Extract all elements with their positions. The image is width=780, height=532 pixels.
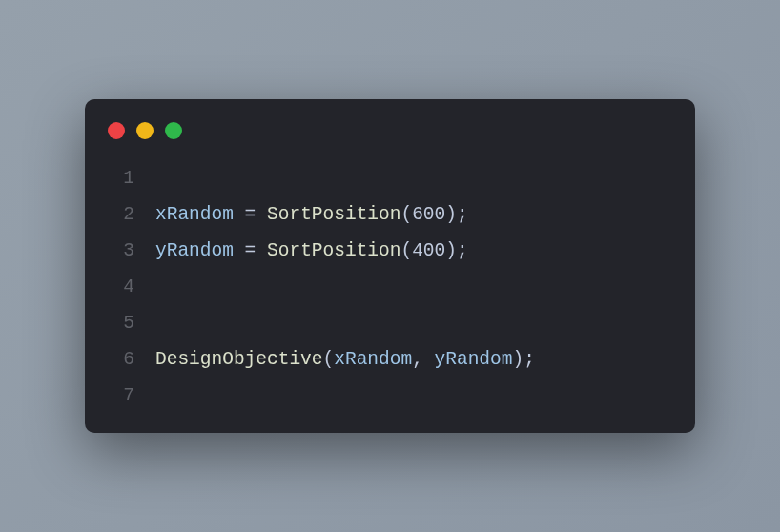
variable-token: xRandom — [334, 349, 412, 370]
minimize-icon[interactable] — [136, 122, 154, 139]
code-line: 4 — [108, 269, 672, 305]
paren-token: ) — [445, 204, 457, 225]
line-number: 1 — [108, 160, 134, 196]
number-token: 600 — [412, 204, 445, 225]
number-token: 400 — [412, 240, 445, 261]
paren-token: ) — [445, 240, 457, 261]
comma-token: , — [412, 349, 434, 370]
operator-token: = — [234, 204, 267, 225]
code-line: 5 — [108, 305, 672, 341]
variable-token: yRandom — [155, 240, 234, 261]
line-number: 5 — [108, 305, 134, 341]
operator-token: = — [234, 240, 267, 261]
line-number: 6 — [108, 341, 134, 378]
line-number: 2 — [108, 196, 134, 233]
semicolon-token: ; — [457, 240, 468, 261]
code-line: 7 — [108, 378, 672, 414]
semicolon-token: ; — [457, 204, 468, 225]
code-line: 2 xRandom = SortPosition(600); — [108, 196, 672, 233]
code-line: 6 DesignObjective(xRandom, yRandom); — [108, 341, 672, 378]
window-traffic-lights — [85, 122, 695, 160]
function-token: SortPosition — [267, 204, 400, 225]
code-line: 3 yRandom = SortPosition(400); — [108, 233, 672, 269]
variable-token: yRandom — [435, 349, 513, 370]
variable-token: xRandom — [155, 204, 234, 225]
line-number: 3 — [108, 233, 134, 269]
close-icon[interactable] — [108, 122, 125, 139]
code-text: DesignObjective(xRandom, yRandom); — [155, 341, 535, 378]
code-content-area[interactable]: 1 2 xRandom = SortPosition(600); 3 yRand… — [85, 160, 695, 414]
code-editor-window: 1 2 xRandom = SortPosition(600); 3 yRand… — [85, 99, 695, 433]
paren-token: ) — [512, 349, 523, 370]
paren-token: ( — [400, 204, 412, 225]
semicolon-token: ; — [523, 349, 535, 370]
paren-token: ( — [323, 349, 335, 370]
code-text: xRandom = SortPosition(600); — [155, 196, 468, 233]
paren-token: ( — [400, 240, 412, 261]
code-line: 1 — [108, 160, 672, 196]
line-number: 4 — [108, 269, 134, 305]
code-text: yRandom = SortPosition(400); — [155, 233, 468, 269]
function-token: DesignObjective — [155, 349, 323, 370]
function-token: SortPosition — [267, 240, 400, 261]
line-number: 7 — [108, 378, 134, 414]
maximize-icon[interactable] — [165, 122, 182, 139]
